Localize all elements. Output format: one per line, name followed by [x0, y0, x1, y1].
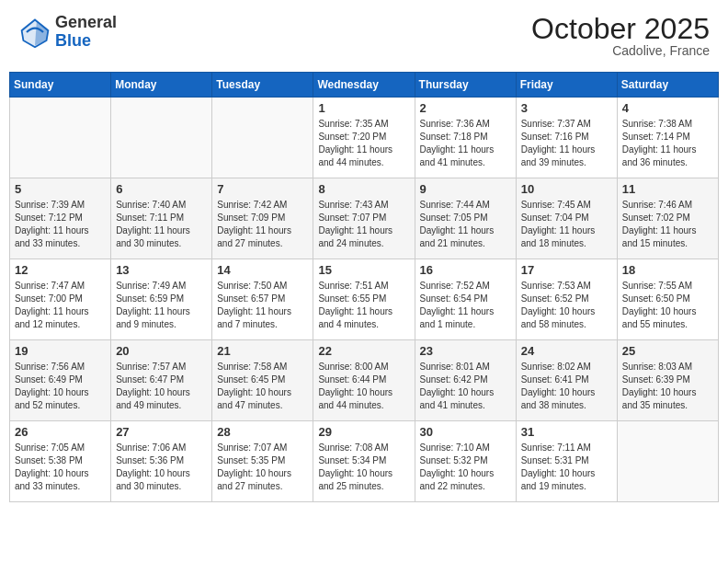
day-number: 12 — [15, 263, 106, 277]
calendar-cell: 14 Sunrise: 7:50 AMSunset: 6:57 PMDaylig… — [212, 259, 313, 340]
calendar-cell: 1 Sunrise: 7:35 AMSunset: 7:20 PMDayligh… — [313, 98, 415, 178]
day-number: 6 — [116, 182, 207, 196]
day-info: Sunrise: 8:03 AMSunset: 6:39 PMDaylight:… — [622, 361, 713, 412]
day-info: Sunrise: 7:38 AMSunset: 7:14 PMDaylight:… — [622, 118, 713, 169]
day-number: 16 — [420, 263, 511, 277]
calendar-cell: 11 Sunrise: 7:46 AMSunset: 7:02 PMDaylig… — [617, 178, 718, 259]
calendar-cell: 20 Sunrise: 7:57 AMSunset: 6:47 PMDaylig… — [111, 340, 212, 421]
day-number: 21 — [217, 344, 308, 358]
calendar-cell: 15 Sunrise: 7:51 AMSunset: 6:55 PMDaylig… — [313, 259, 415, 340]
day-number: 5 — [15, 182, 106, 196]
day-info: Sunrise: 7:46 AMSunset: 7:02 PMDaylight:… — [622, 199, 713, 250]
calendar-cell: 16 Sunrise: 7:52 AMSunset: 6:54 PMDaylig… — [415, 259, 516, 340]
day-info: Sunrise: 7:51 AMSunset: 6:55 PMDaylight:… — [318, 280, 409, 331]
day-info: Sunrise: 7:49 AMSunset: 6:59 PMDaylight:… — [116, 280, 207, 331]
weekday-header-monday: Monday — [111, 73, 212, 98]
day-number: 2 — [420, 101, 511, 115]
calendar-week-row: 1 Sunrise: 7:35 AMSunset: 7:20 PMDayligh… — [10, 98, 719, 178]
day-info: Sunrise: 7:45 AMSunset: 7:04 PMDaylight:… — [521, 199, 612, 250]
day-info: Sunrise: 7:10 AMSunset: 5:32 PMDaylight:… — [420, 442, 511, 493]
day-info: Sunrise: 7:56 AMSunset: 6:49 PMDaylight:… — [15, 361, 106, 412]
calendar-cell: 22 Sunrise: 8:00 AMSunset: 6:44 PMDaylig… — [313, 340, 415, 421]
calendar-week-row: 12 Sunrise: 7:47 AMSunset: 7:00 PMDaylig… — [10, 259, 719, 340]
calendar-cell: 5 Sunrise: 7:39 AMSunset: 7:12 PMDayligh… — [10, 178, 111, 259]
calendar-cell: 17 Sunrise: 7:53 AMSunset: 6:52 PMDaylig… — [516, 259, 617, 340]
calendar-cell: 10 Sunrise: 7:45 AMSunset: 7:04 PMDaylig… — [516, 178, 617, 259]
day-number: 14 — [217, 263, 308, 277]
day-info: Sunrise: 7:37 AMSunset: 7:16 PMDaylight:… — [521, 118, 612, 169]
day-number: 19 — [15, 344, 106, 358]
weekday-header-saturday: Saturday — [617, 73, 718, 98]
day-info: Sunrise: 7:39 AMSunset: 7:12 PMDaylight:… — [15, 199, 106, 250]
day-number: 24 — [521, 344, 612, 358]
day-info: Sunrise: 7:36 AMSunset: 7:18 PMDaylight:… — [420, 118, 511, 169]
calendar-cell: 27 Sunrise: 7:06 AMSunset: 5:36 PMDaylig… — [111, 421, 212, 502]
calendar-cell: 8 Sunrise: 7:43 AMSunset: 7:07 PMDayligh… — [313, 178, 415, 259]
day-info: Sunrise: 7:47 AMSunset: 7:00 PMDaylight:… — [15, 280, 106, 331]
day-info: Sunrise: 8:02 AMSunset: 6:41 PMDaylight:… — [521, 361, 612, 412]
day-number: 26 — [15, 425, 106, 439]
day-number: 1 — [318, 101, 409, 115]
calendar-table: SundayMondayTuesdayWednesdayThursdayFrid… — [9, 72, 719, 502]
day-number: 29 — [318, 425, 409, 439]
day-number: 10 — [521, 182, 612, 196]
calendar-cell: 30 Sunrise: 7:10 AMSunset: 5:32 PMDaylig… — [415, 421, 516, 502]
calendar-cell — [617, 421, 718, 502]
logo: General Blue — [18, 14, 117, 51]
day-number: 13 — [116, 263, 207, 277]
day-info: Sunrise: 7:40 AMSunset: 7:11 PMDaylight:… — [116, 199, 207, 250]
calendar-cell: 7 Sunrise: 7:42 AMSunset: 7:09 PMDayligh… — [212, 178, 313, 259]
day-number: 20 — [116, 344, 207, 358]
month-title: October 2025 — [531, 14, 710, 43]
day-number: 25 — [622, 344, 713, 358]
calendar-cell: 26 Sunrise: 7:05 AMSunset: 5:38 PMDaylig… — [10, 421, 111, 502]
day-number: 4 — [622, 101, 713, 115]
calendar-cell: 3 Sunrise: 7:37 AMSunset: 7:16 PMDayligh… — [516, 98, 617, 178]
calendar-week-row: 26 Sunrise: 7:05 AMSunset: 5:38 PMDaylig… — [10, 421, 719, 502]
calendar-cell: 23 Sunrise: 8:01 AMSunset: 6:42 PMDaylig… — [415, 340, 516, 421]
calendar-cell: 24 Sunrise: 8:02 AMSunset: 6:41 PMDaylig… — [516, 340, 617, 421]
weekday-header-sunday: Sunday — [10, 73, 111, 98]
day-info: Sunrise: 7:35 AMSunset: 7:20 PMDaylight:… — [318, 118, 409, 169]
day-info: Sunrise: 7:44 AMSunset: 7:05 PMDaylight:… — [420, 199, 511, 250]
calendar-cell: 4 Sunrise: 7:38 AMSunset: 7:14 PMDayligh… — [617, 98, 718, 178]
weekday-header-thursday: Thursday — [415, 73, 516, 98]
calendar-week-row: 19 Sunrise: 7:56 AMSunset: 6:49 PMDaylig… — [10, 340, 719, 421]
weekday-header-wednesday: Wednesday — [313, 73, 415, 98]
day-info: Sunrise: 7:43 AMSunset: 7:07 PMDaylight:… — [318, 199, 409, 250]
calendar-cell: 2 Sunrise: 7:36 AMSunset: 7:18 PMDayligh… — [415, 98, 516, 178]
day-info: Sunrise: 8:00 AMSunset: 6:44 PMDaylight:… — [318, 361, 409, 412]
calendar-cell: 18 Sunrise: 7:55 AMSunset: 6:50 PMDaylig… — [617, 259, 718, 340]
day-number: 18 — [622, 263, 713, 277]
weekday-header-tuesday: Tuesday — [212, 73, 313, 98]
day-info: Sunrise: 7:52 AMSunset: 6:54 PMDaylight:… — [420, 280, 511, 331]
day-number: 11 — [622, 182, 713, 196]
day-number: 27 — [116, 425, 207, 439]
day-info: Sunrise: 7:55 AMSunset: 6:50 PMDaylight:… — [622, 280, 713, 331]
location-subtitle: Cadolive, France — [531, 43, 710, 58]
calendar-cell: 6 Sunrise: 7:40 AMSunset: 7:11 PMDayligh… — [111, 178, 212, 259]
calendar-cell — [111, 98, 212, 178]
day-number: 7 — [217, 182, 308, 196]
day-number: 9 — [420, 182, 511, 196]
generalblue-logo-icon — [18, 16, 51, 49]
day-info: Sunrise: 7:50 AMSunset: 6:57 PMDaylight:… — [217, 280, 308, 331]
calendar-cell: 12 Sunrise: 7:47 AMSunset: 7:00 PMDaylig… — [10, 259, 111, 340]
day-number: 22 — [318, 344, 409, 358]
day-info: Sunrise: 7:57 AMSunset: 6:47 PMDaylight:… — [116, 361, 207, 412]
day-info: Sunrise: 8:01 AMSunset: 6:42 PMDaylight:… — [420, 361, 511, 412]
day-info: Sunrise: 7:53 AMSunset: 6:52 PMDaylight:… — [521, 280, 612, 331]
calendar-cell: 31 Sunrise: 7:11 AMSunset: 5:31 PMDaylig… — [516, 421, 617, 502]
day-info: Sunrise: 7:11 AMSunset: 5:31 PMDaylight:… — [521, 442, 612, 493]
day-number: 8 — [318, 182, 409, 196]
day-number: 3 — [521, 101, 612, 115]
calendar-cell — [10, 98, 111, 178]
title-block: October 2025 Cadolive, France — [531, 14, 710, 58]
day-number: 28 — [217, 425, 308, 439]
day-number: 31 — [521, 425, 612, 439]
day-number: 23 — [420, 344, 511, 358]
calendar-cell: 9 Sunrise: 7:44 AMSunset: 7:05 PMDayligh… — [415, 178, 516, 259]
day-number: 30 — [420, 425, 511, 439]
logo-blue-text: Blue — [55, 31, 91, 50]
calendar-cell: 21 Sunrise: 7:58 AMSunset: 6:45 PMDaylig… — [212, 340, 313, 421]
